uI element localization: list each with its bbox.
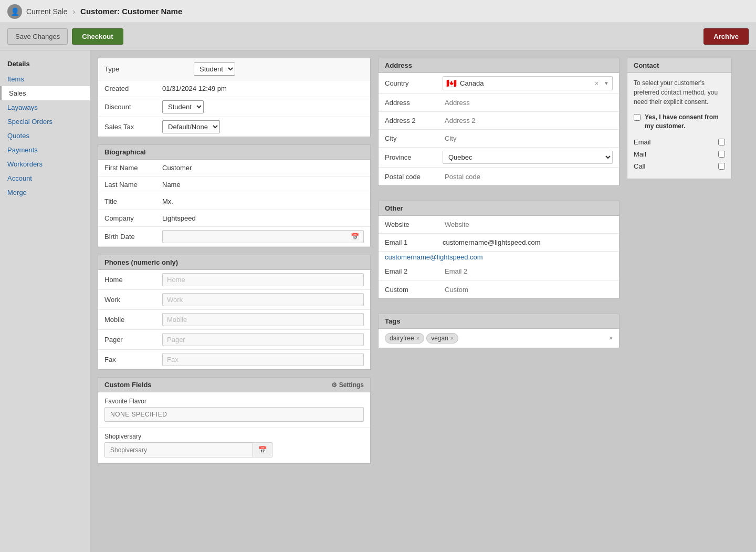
call-contact-option: Call [634,160,725,172]
sidebar-section-label: Details [0,58,90,72]
pager-input[interactable] [162,333,364,346]
title-row: Title Mx. [98,193,370,210]
type-row: Type Student [98,58,370,80]
fax-row: Fax [98,350,370,369]
breadcrumb-separator: › [72,7,75,16]
work-phone-row: Work [98,290,370,310]
custom-fields-card: Custom Fields ⚙ Settings Favorite Flavor… [98,377,371,464]
user-icon: 👤 [7,4,22,19]
custom-field-flavor: Favorite Flavor [98,392,370,428]
mobile-phone-row: Mobile [98,310,370,330]
other-header: Other [379,201,619,216]
postal-input[interactable] [443,172,613,182]
canada-flag: 🇨🇦 [446,78,457,88]
address-input[interactable] [443,98,613,108]
archive-button[interactable]: Archive [704,28,749,45]
tag-vegan: vegan × [426,333,458,343]
title-value: Mx. [162,197,364,205]
flavor-label: Favorite Flavor [104,398,364,405]
other-card: Other Website Email 1 customername@light… [378,201,620,299]
email1-link[interactable]: customername@lightspeed.com [379,252,619,263]
fax-label: Fax [104,356,162,363]
pager-row: Pager [98,330,370,350]
calendar-icon[interactable]: 📅 [346,231,363,243]
toolbar-left: Save Changes Checkout [7,28,123,45]
country-dropdown-arrow[interactable]: ▼ [604,80,609,86]
email1-label: Email 1 [385,238,443,246]
shopiversary-calendar-icon[interactable]: 📅 [253,443,272,457]
consent-label: Yes, I have consent from my customer. [645,113,725,131]
call-contact-label: Call [634,162,645,170]
tags-clear-all[interactable]: × [609,335,613,342]
email1-value: customername@lightspeed.com [443,238,541,246]
address-card: Address Country 🇨🇦 Canada × ▼ Address [378,58,620,186]
mail-contact-option: Mail [634,148,725,160]
contact-title: Contact [627,58,731,73]
sidebar-item-payments[interactable]: Payments [0,143,90,157]
sidebar-item-merge[interactable]: Merge [0,185,90,200]
home-label: Home [104,276,162,284]
home-phone-row: Home [98,270,370,290]
shopiversary-date-field: 📅 [104,442,272,457]
sales-tax-select[interactable]: Default/None Tax1 [162,120,220,133]
custom-fields-title: Custom Fields [104,381,152,389]
mail-contact-label: Mail [634,150,646,158]
first-name-row: First Name Customer [98,160,370,176]
first-name-value: Customer [162,164,364,172]
province-label: Province [385,153,443,161]
pager-label: Pager [104,336,162,343]
sidebar-item-account[interactable]: Account [0,171,90,185]
home-input[interactable] [162,273,364,286]
province-select[interactable]: Quebec Ontario British Columbia [443,151,613,164]
address-row: Address [379,94,619,112]
mobile-label: Mobile [104,316,162,324]
country-clear-button[interactable]: × [595,80,598,87]
sidebar-item-quotes[interactable]: Quotes [0,129,90,143]
checkout-button[interactable]: Checkout [72,28,123,45]
country-field[interactable]: 🇨🇦 Canada × ▼ [443,76,613,90]
email-contact-checkbox[interactable] [718,139,725,145]
postal-label: Postal code [385,173,443,181]
tag-dairyfree: dairyfree × [385,333,424,343]
city-input[interactable] [443,133,613,143]
call-contact-checkbox[interactable] [718,163,725,170]
sidebar-item-sales[interactable]: Sales [0,86,90,100]
sales-tax-row: Sales Tax Default/None Tax1 [98,117,370,137]
work-input[interactable] [162,293,364,306]
tag-vegan-remove[interactable]: × [450,335,454,341]
address2-input[interactable] [443,116,613,126]
fax-input[interactable] [162,353,364,366]
type-label: Type [104,65,162,73]
toolbar: Save Changes Checkout Archive [0,23,756,50]
save-changes-button[interactable]: Save Changes [7,28,68,45]
type-select[interactable]: Student [194,63,235,76]
sidebar-item-layaways[interactable]: Layaways [0,100,90,114]
settings-link[interactable]: ⚙ Settings [331,381,364,389]
tag-dairyfree-remove[interactable]: × [416,335,419,341]
birth-date-input[interactable] [163,231,346,243]
last-name-value: Name [162,181,364,189]
mail-contact-checkbox[interactable] [718,151,725,158]
flavor-input[interactable] [104,407,364,422]
sidebar-item-workorders[interactable]: Workorders [0,157,90,171]
shopiversary-input[interactable] [105,443,253,457]
birth-date-field[interactable]: 📅 [162,230,364,243]
breadcrumb-current-sale[interactable]: Current Sale [26,7,68,16]
consent-checkbox[interactable] [634,114,640,121]
country-name: Canada [460,79,592,87]
country-label: Country [385,79,443,87]
work-label: Work [104,296,162,304]
custom-input[interactable] [443,285,613,295]
website-input[interactable] [443,220,613,230]
created-label: Created [104,85,162,92]
discount-select[interactable]: Student None 10% [162,100,204,113]
sidebar-item-items[interactable]: Items [0,72,90,86]
email2-row: Email 2 [379,263,619,280]
email2-input[interactable] [443,266,613,276]
sidebar-item-special-orders[interactable]: Special Orders [0,114,90,129]
province-row: Province Quebec Ontario British Columbia [379,148,619,168]
website-label: Website [385,221,443,228]
mobile-input[interactable] [162,313,364,326]
content-area: Type Student Created 01/31/2024 12:49 pm… [90,50,756,552]
email-contact-option: Email [634,136,725,148]
